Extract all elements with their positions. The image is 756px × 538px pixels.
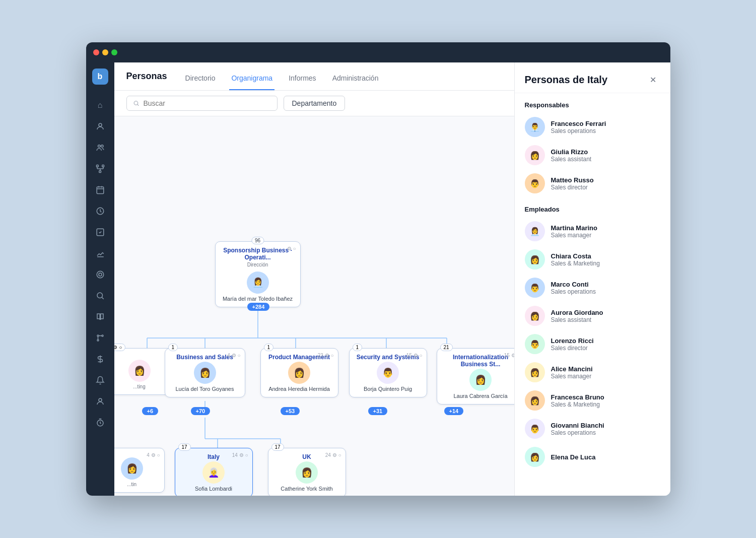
empleado-item-7[interactable]: 👨 Giovanni Bianchi Sales operations (515, 415, 670, 443)
sidebar-item-home[interactable]: ⌂ (91, 96, 109, 114)
business-node[interactable]: 1 Business and Sales 4 ⚙ ○ 👩 Lucía del T… (165, 348, 245, 397)
intl-node[interactable]: 21 Internationalization Business St... 1… (437, 348, 514, 405)
app-logo[interactable]: b (92, 69, 108, 85)
svg-line-21 (102, 297, 103, 299)
responsable-name-0: Francesco Ferrari (551, 120, 660, 127)
close-panel-button[interactable]: ✕ (646, 73, 660, 87)
security-avatar: 👨 (377, 362, 399, 384)
empleado-name-6: Francesca Bruno (551, 393, 660, 401)
product-avatar: 👩 (288, 362, 310, 384)
intl-expand[interactable]: +14 (444, 406, 464, 415)
security-node[interactable]: 1 Security and Systems 15 ⚙ ○ 👨 Borja Qu… (349, 348, 427, 397)
sidebar-item-book[interactable] (91, 308, 109, 326)
partial-bottom-name: ...tin (114, 482, 157, 487)
business-expand[interactable]: +70 (191, 406, 211, 415)
responsable-item-1[interactable]: 👩 Giulia Rizzo Sales assistant (515, 141, 670, 169)
root-expand[interactable]: +284 (247, 302, 270, 311)
panel-header: Personas de Italy ✕ (515, 62, 670, 93)
tab-informes[interactable]: Informes (287, 74, 318, 90)
italy-avatar: 👩‍🦳 (202, 461, 225, 484)
partial-bottom-node[interactable]: 4 ⚙ ○ 👩 ...tin (114, 448, 165, 493)
left-expand[interactable]: +6 (142, 406, 159, 415)
sidebar-item-chart[interactable] (91, 244, 109, 262)
svg-point-28 (99, 398, 102, 401)
sidebar-item-network[interactable] (91, 160, 109, 178)
responsable-info-1: Giulia Rizzo Sales assistant (551, 148, 660, 163)
empleado-item-3[interactable]: 👩 Aurora Giordano Sales assistant (515, 302, 670, 330)
security-name: Borja Quintero Puig (357, 386, 420, 392)
svg-rect-4 (102, 165, 104, 167)
security-icons: 15 ⚙ ○ (406, 353, 423, 358)
sidebar-item-target[interactable] (91, 265, 109, 284)
empleado-name-5: Alice Mancini (551, 365, 660, 373)
department-button[interactable]: Departamento (284, 96, 346, 111)
responsable-role-1: Sales assistant (551, 156, 660, 163)
page-title: Personas (126, 71, 167, 82)
tabs: Directorio Organigrama Informes Administ… (183, 62, 381, 90)
search-box[interactable] (126, 96, 278, 111)
sidebar-item-calendar[interactable] (91, 181, 109, 199)
sidebar-item-dollar[interactable] (91, 350, 109, 368)
empleado-name-7: Giovanni Bianchi (551, 422, 660, 429)
sidebar-item-person[interactable] (91, 117, 109, 136)
empleado-name-8: Elena De Luca (551, 453, 660, 461)
empleado-item-8[interactable]: 👩 Elena De Luca (515, 443, 670, 471)
empleado-name-3: Aurora Giordano (551, 309, 660, 316)
empleado-avatar-3: 👩 (525, 306, 545, 326)
sidebar-item-person2[interactable] (91, 392, 109, 411)
intl-icons: 15 ⚙ ○ (504, 353, 514, 358)
product-node[interactable]: 1 Product Management 23 ⚙ ○ 👩 Andrea Her… (260, 348, 338, 397)
close-dot[interactable] (93, 49, 99, 55)
tab-administracion[interactable]: Administración (330, 74, 381, 90)
uk-node[interactable]: 17 UK 24 ⚙ ○ 👩 Catherine York Smith (268, 448, 346, 496)
root-icons: ⚙ ○ (287, 246, 296, 251)
responsable-item-0[interactable]: 👨‍💼 Francesco Ferrari Sales operations (515, 113, 670, 141)
responsable-name-1: Giulia Rizzo (551, 148, 660, 156)
italy-name: Sofia Lombardi (182, 486, 245, 492)
svg-point-20 (97, 293, 103, 298)
empleado-item-6[interactable]: 👩 Francesca Bruno Sales & Marketing (515, 386, 670, 415)
empleado-item-1[interactable]: 👩 Chiara Costa Sales & Marketing (515, 245, 670, 274)
tab-directorio[interactable]: Directorio (183, 74, 218, 90)
sidebar-item-people[interactable] (91, 139, 109, 157)
empleado-avatar-8: 👩 (525, 447, 545, 467)
empleados-section-title: Empleados (515, 197, 670, 217)
partial-name: ...ting (114, 384, 172, 389)
responsable-avatar-2: 👨 (525, 173, 545, 193)
sidebar-item-check[interactable] (91, 223, 109, 241)
responsable-item-2[interactable]: 👨 Matteo Russo Sales director (515, 169, 670, 197)
search-input[interactable] (143, 99, 270, 107)
maximize-dot[interactable] (111, 49, 117, 55)
italy-node[interactable]: 17 Italy 14 ⚙ ○ 👩‍🦳 Sofia Lombardi (175, 448, 253, 496)
empleado-info-2: Marco Conti Sales operations (551, 281, 660, 295)
sidebar-item-bell[interactable] (91, 371, 109, 389)
product-expand[interactable]: +53 (281, 406, 300, 415)
sidebar-item-branch[interactable] (91, 329, 109, 347)
root-count: 96 (251, 237, 264, 244)
empleado-item-5[interactable]: 👩 Alice Mancini Sales manager (515, 358, 670, 386)
sidebar-item-search[interactable] (91, 287, 109, 305)
sidebar: b ⌂ (86, 62, 114, 496)
search-icon (133, 100, 140, 107)
empleado-item-4[interactable]: 👨 Lorenzo Ricci Sales director (515, 330, 670, 358)
sidebar-item-clock[interactable] (91, 202, 109, 220)
product-name: Andrea Heredia Hermida (268, 386, 331, 392)
security-expand[interactable]: +31 (368, 406, 388, 415)
root-node[interactable]: 96 Sponsorship Business · Operati... Dir… (215, 241, 301, 307)
empleado-role-1: Sales & Marketing (551, 260, 660, 267)
tab-organigrama[interactable]: Organigrama (229, 74, 274, 90)
partial-bottom-avatar: 👩 (121, 457, 143, 480)
empleado-item-2[interactable]: 👨 Marco Conti Sales operations (515, 274, 670, 302)
empleado-info-6: Francesca Bruno Sales & Marketing (551, 393, 660, 408)
empleado-avatar-2: 👨 (525, 278, 545, 298)
minimize-dot[interactable] (102, 49, 108, 55)
empleado-item-0[interactable]: 👩‍💼 Martina Marino Sales manager (515, 217, 670, 245)
svg-rect-3 (96, 165, 98, 167)
root-avatar: 👩‍💼 (247, 272, 269, 294)
sidebar-item-timer[interactable] (91, 414, 109, 432)
svg-point-22 (97, 340, 99, 341)
svg-point-18 (97, 271, 104, 278)
svg-point-23 (102, 335, 103, 337)
empleado-avatar-4: 👨 (525, 334, 545, 354)
business-avatar: 👩 (194, 362, 216, 384)
